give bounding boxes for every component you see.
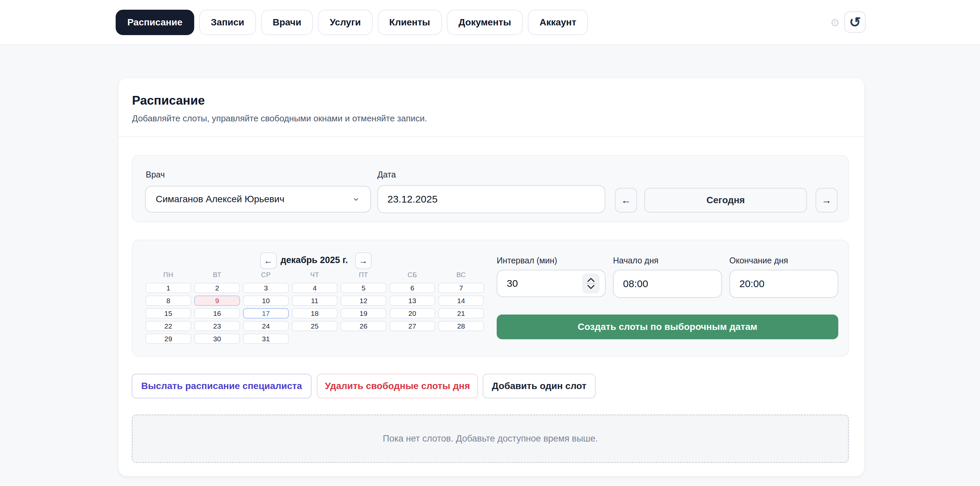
calendar-day-22[interactable]: 22 [145, 321, 191, 331]
doctor-select[interactable]: Симаганов Алексей Юрьевич [145, 186, 371, 213]
nav-tab-6[interactable]: Документы [447, 10, 523, 35]
calendar-day-30[interactable]: 30 [194, 334, 240, 344]
refresh-icon: ↺ [849, 14, 861, 30]
weekday-label: СБ [390, 271, 435, 279]
schedule-card: Расписание Добавляйте слоты, управляйте … [118, 78, 864, 476]
doctor-label: Врач [146, 170, 165, 180]
calendar-day-19[interactable]: 19 [340, 308, 387, 319]
empty-state-message: Пока нет слотов. Добавьте доступное врем… [383, 433, 598, 444]
top-navigation: РасписаниеЗаписиВрачиУслугиКлиентыДокуме… [0, 0, 980, 45]
delete-free-slots-button[interactable]: Удалить свободные слоты дня [317, 374, 478, 398]
calendar-day-18[interactable]: 18 [292, 308, 337, 319]
calendar-day-20[interactable]: 20 [390, 308, 435, 319]
weekday-label: ВС [438, 271, 484, 279]
calendar-day-29[interactable]: 29 [145, 334, 191, 344]
page-title: Расписание [132, 94, 205, 108]
calendar-day-16[interactable]: 16 [194, 308, 240, 319]
nav-tab-5[interactable]: Клиенты [378, 10, 442, 35]
calendar-prev-month-button[interactable]: ← [260, 252, 277, 269]
arrow-left-icon: ← [621, 194, 631, 206]
send-schedule-button[interactable]: Выслать расписание специалиста [132, 374, 312, 398]
today-button[interactable]: Сегодня [644, 188, 807, 213]
calendar-day-10[interactable]: 10 [243, 295, 289, 306]
next-day-button[interactable]: → [816, 188, 838, 213]
nav-tab-4[interactable]: Услуги [318, 10, 372, 35]
calendar-day-6[interactable]: 6 [390, 283, 435, 293]
nav-tabs: РасписаниеЗаписиВрачиУслугиКлиентыДокуме… [116, 10, 588, 35]
previous-day-button[interactable]: ← [615, 188, 637, 213]
stepper-up-icon[interactable] [587, 277, 595, 282]
weekday-label: СР [243, 271, 289, 279]
interval-stepper[interactable] [582, 273, 600, 293]
arrow-left-icon: ← [264, 256, 273, 266]
filters-section: Врач Симаганов Алексей Юрьевич Дата ← Се… [132, 155, 849, 222]
calendar-day-8[interactable]: 8 [145, 295, 191, 306]
calendar-day-14[interactable]: 14 [438, 295, 484, 306]
calendar-day-grid: 1234567891011121314151617181920212223242… [145, 283, 484, 344]
day-start-input[interactable] [613, 270, 722, 298]
refresh-button[interactable]: ↺ [844, 11, 866, 33]
nav-tab-1[interactable]: Расписание [116, 10, 194, 35]
arrow-right-icon: → [359, 256, 368, 266]
add-single-slot-button[interactable]: Добавить один слот [483, 374, 596, 398]
gear-icon[interactable]: ⚙ [828, 16, 842, 29]
calendar-day-27[interactable]: 27 [390, 321, 435, 331]
calendar-day-7[interactable]: 7 [438, 283, 484, 293]
calendar-day-31[interactable]: 31 [243, 334, 289, 344]
weekday-label: ЧТ [292, 271, 337, 279]
calendar-day-3[interactable]: 3 [243, 283, 289, 293]
create-slots-button[interactable]: Создать слоты по выборочным датам [497, 314, 838, 339]
doctor-select-value: Симаганов Алексей Юрьевич [156, 194, 285, 204]
date-label: Дата [377, 170, 396, 180]
calendar-day-2[interactable]: 2 [194, 283, 240, 293]
arrow-right-icon: → [822, 194, 832, 206]
weekday-label: ВТ [194, 271, 240, 279]
calendar-month-label: декабрь 2025 г. [277, 255, 352, 265]
weekday-label: ПТ [340, 271, 387, 279]
nav-tab-7[interactable]: Аккаунт [528, 10, 588, 35]
calendar-day-13[interactable]: 13 [390, 295, 435, 306]
day-end-label: Окончание дня [729, 256, 788, 265]
day-end-input[interactable] [729, 270, 838, 298]
calendar-section: ← декабрь 2025 г. → ПНВТСРЧТПТСБВС 12345… [132, 240, 849, 357]
calendar-day-25[interactable]: 25 [292, 321, 337, 331]
nav-tab-2[interactable]: Записи [199, 10, 256, 35]
calendar-day-5[interactable]: 5 [340, 283, 387, 293]
chevron-down-icon [352, 195, 360, 204]
page-subtitle: Добавляйте слоты, управляйте свободными … [132, 113, 427, 124]
calendar-day-1[interactable]: 1 [145, 283, 191, 293]
stepper-down-icon[interactable] [587, 284, 595, 290]
nav-tab-3[interactable]: Врачи [261, 10, 313, 35]
calendar-day-17[interactable]: 17 [243, 308, 289, 319]
day-start-label: Начало дня [613, 256, 659, 265]
calendar-day-24[interactable]: 24 [243, 321, 289, 331]
header-divider [118, 136, 864, 137]
date-input[interactable] [377, 185, 605, 213]
calendar-day-12[interactable]: 12 [340, 295, 387, 306]
calendar-day-15[interactable]: 15 [145, 308, 191, 319]
calendar-next-month-button[interactable]: → [355, 252, 372, 269]
calendar-day-26[interactable]: 26 [340, 321, 387, 331]
calendar-day-23[interactable]: 23 [194, 321, 240, 331]
weekday-label: ПН [145, 271, 191, 279]
calendar-weekday-row: ПНВТСРЧТПТСБВС [145, 271, 484, 279]
empty-state: Пока нет слотов. Добавьте доступное врем… [132, 414, 849, 463]
calendar-day-4[interactable]: 4 [292, 283, 337, 293]
calendar-day-11[interactable]: 11 [292, 295, 337, 306]
stepper-divider [585, 283, 596, 284]
calendar-day-28[interactable]: 28 [438, 321, 484, 331]
interval-label: Интервал (мин) [497, 256, 557, 265]
calendar-day-21[interactable]: 21 [438, 308, 484, 319]
calendar-day-9[interactable]: 9 [194, 295, 240, 306]
